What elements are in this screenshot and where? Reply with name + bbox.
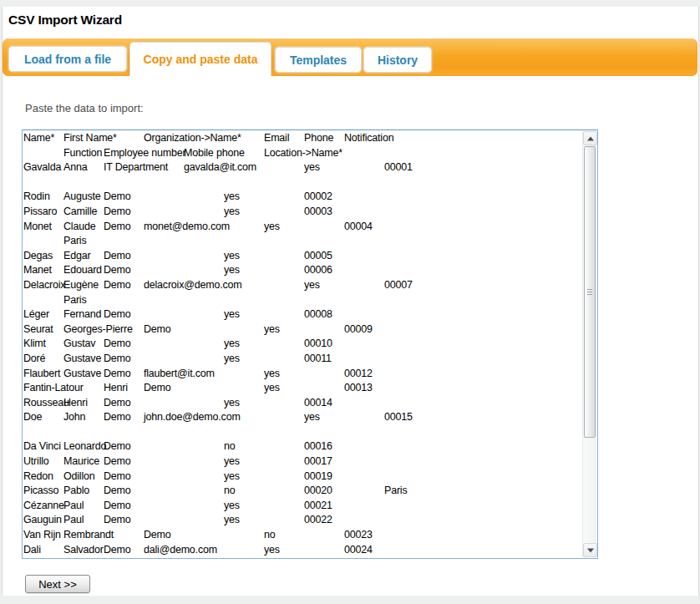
paste-row: DaliSalvadorDemodali@demo.comyes00024 bbox=[23, 543, 582, 557]
paste-cell: Demo bbox=[104, 513, 131, 528]
paste-row: DoréGustaveDemoyes00011 bbox=[23, 352, 582, 367]
paste-cell: Gavalda bbox=[23, 160, 61, 175]
paste-cell: 00016 bbox=[304, 439, 332, 454]
paste-row: RodinAugusteDemoyes00002 bbox=[23, 190, 582, 205]
paste-cell: Demo bbox=[104, 278, 131, 293]
paste-cell: Odillon bbox=[63, 469, 95, 485]
paste-cell: no bbox=[264, 528, 276, 543]
paste-cell: john.doe@demo.com bbox=[144, 410, 241, 425]
paste-cell: yes bbox=[224, 499, 240, 514]
vertical-scrollbar[interactable] bbox=[582, 131, 596, 557]
paste-cell: Gustave bbox=[63, 367, 101, 382]
paste-cell: yes bbox=[264, 322, 280, 338]
paste-cell: Cézanne bbox=[23, 499, 64, 514]
paste-cell: Flaubert bbox=[23, 367, 60, 382]
paste-row: PicassoPabloDemono00020Paris bbox=[23, 484, 582, 499]
paste-cell: 00014 bbox=[304, 396, 332, 411]
tab-load-from-a-file[interactable]: Load from a file bbox=[8, 46, 127, 72]
paste-cell: yes bbox=[264, 543, 280, 557]
paste-row: GauguinPaulDemoyes00022 bbox=[23, 513, 582, 528]
paste-cell: yes bbox=[224, 249, 240, 264]
paste-cell: 00022 bbox=[304, 513, 332, 528]
next-button[interactable]: Next >> bbox=[25, 575, 90, 593]
paste-cell: yes bbox=[264, 220, 280, 235]
paste-cell: Rembrandt bbox=[63, 528, 114, 543]
scroll-down-button[interactable] bbox=[583, 543, 597, 557]
paste-cell: 00004 bbox=[344, 220, 373, 235]
paste-cell: Demo bbox=[104, 263, 131, 278]
paste-row: Da VinciLeonardoDemono00016 bbox=[23, 439, 582, 454]
paste-row: RousseauHenriDemoyes00014 bbox=[23, 396, 582, 411]
paste-cell: 00021 bbox=[304, 499, 332, 514]
paste-cell: Demo bbox=[104, 469, 131, 485]
paste-cell: 00010 bbox=[304, 337, 332, 352]
paste-cell: Eugène bbox=[63, 278, 99, 293]
paste-cell: Claude bbox=[63, 220, 95, 235]
paste-row: DelacroixEugèneDemodelacroix@demo.comyes… bbox=[23, 278, 582, 293]
paste-cell: Demo bbox=[144, 322, 171, 338]
paste-cell: yes bbox=[264, 367, 280, 382]
paste-cell: 00007 bbox=[384, 278, 413, 293]
paste-cell: yes bbox=[224, 454, 240, 469]
paste-cell: Demo bbox=[104, 337, 131, 352]
paste-cell: Pissaro bbox=[23, 205, 57, 220]
paste-cell: Demo bbox=[104, 410, 131, 425]
paste-cell: Demo bbox=[104, 484, 131, 499]
paste-cell: flaubert@it.com bbox=[144, 367, 215, 382]
paste-cell: yes bbox=[264, 381, 280, 396]
paste-cell: Gustav bbox=[63, 337, 95, 352]
paste-cell: Paris bbox=[384, 484, 407, 499]
paste-cell: Dali bbox=[23, 543, 41, 557]
paste-cell: First Name* bbox=[63, 131, 117, 146]
paste-cell: Klimt bbox=[23, 337, 46, 352]
paste-cell: no bbox=[224, 484, 236, 499]
paste-cell: 00024 bbox=[344, 543, 373, 557]
paste-cell: Manet bbox=[23, 263, 52, 278]
tab-history[interactable]: History bbox=[363, 47, 432, 73]
paste-cell: 00008 bbox=[304, 307, 332, 322]
paste-cell: Paris bbox=[63, 234, 86, 249]
tab-copy-and-paste-data[interactable]: Copy and paste data bbox=[129, 42, 271, 76]
paste-cell: Picasso bbox=[23, 484, 58, 499]
paste-cell: Demo bbox=[104, 439, 131, 454]
paste-row: FlaubertGustaveDemoflaubert@it.comyes000… bbox=[23, 367, 582, 382]
paste-cell: Edouard bbox=[63, 263, 102, 278]
paste-cell: 00013 bbox=[344, 381, 373, 396]
paste-row bbox=[23, 175, 582, 190]
tab-templates[interactable]: Templates bbox=[275, 47, 362, 73]
paste-cell: Doré bbox=[23, 352, 45, 367]
paste-row: Name*First Name*Organization->Name*Email… bbox=[23, 131, 582, 146]
tab-label: Load from a file bbox=[24, 53, 111, 66]
paste-textarea-content[interactable]: Name*First Name*Organization->Name*Email… bbox=[23, 131, 582, 557]
paste-cell: IT Department bbox=[104, 160, 168, 175]
paste-textarea[interactable]: Name*First Name*Organization->Name*Email… bbox=[22, 129, 598, 559]
paste-cell: Fantin-Latour bbox=[23, 381, 84, 396]
paste-cell: Demo bbox=[104, 352, 131, 367]
paste-cell: Demo bbox=[104, 454, 131, 469]
paste-row: DegasEdgarDemoyes00005 bbox=[23, 249, 582, 264]
paste-cell: no bbox=[224, 439, 236, 454]
paste-cell: Degas bbox=[23, 249, 53, 264]
paste-cell: Paul bbox=[63, 499, 84, 514]
paste-cell: 00003 bbox=[304, 205, 332, 220]
paste-cell: dali@demo.com bbox=[144, 543, 217, 557]
scrollbar-thumb[interactable] bbox=[584, 146, 596, 438]
paste-cell: delacroix@demo.com bbox=[144, 278, 241, 293]
paste-row: FunctionEmployee numberMobile phoneLocat… bbox=[23, 146, 582, 161]
paste-cell: yes bbox=[224, 263, 240, 278]
paste-cell: Léger bbox=[23, 307, 49, 322]
paste-cell: 00006 bbox=[304, 263, 332, 278]
paste-cell: Email bbox=[264, 131, 289, 146]
scroll-up-button[interactable] bbox=[583, 131, 597, 145]
paste-cell: Name* bbox=[23, 131, 54, 146]
paste-cell: Location->Name* bbox=[264, 146, 342, 161]
paste-cell: Salvador bbox=[63, 543, 104, 557]
paste-cell: Employee number bbox=[104, 146, 185, 161]
paste-row: KlimtGustavDemoyes00010 bbox=[23, 337, 582, 352]
paste-cell: Organization->Name* bbox=[144, 131, 241, 146]
paste-cell: 00017 bbox=[304, 454, 332, 469]
paste-row: PissaroCamilleDemoyes00003 bbox=[23, 205, 582, 220]
paste-row: RedonOdillonDemoyes00019 bbox=[23, 469, 582, 485]
paste-row: GavaldaAnnaIT Departmentgavalda@it.comye… bbox=[23, 160, 582, 175]
paste-data-label: Paste the data to import: bbox=[25, 102, 144, 114]
